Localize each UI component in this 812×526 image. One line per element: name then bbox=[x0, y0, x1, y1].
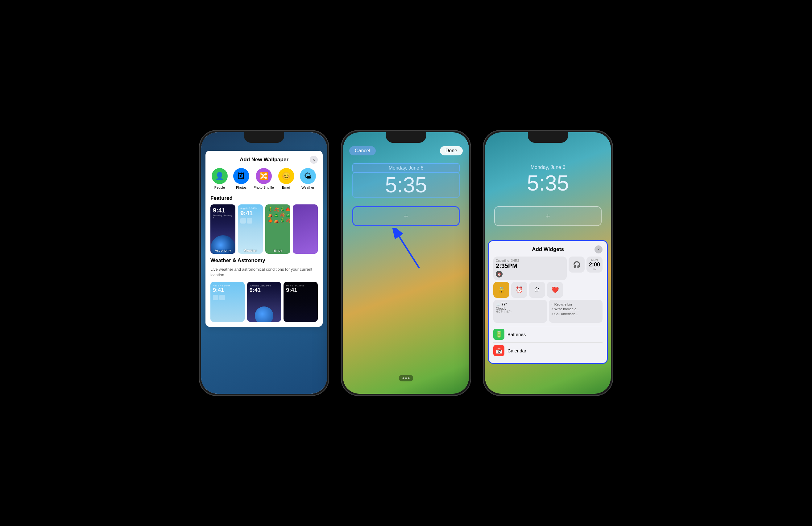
calendar-app-icon: 📅 bbox=[493, 345, 504, 356]
phone-2: Cancel Done Monday, June 6 5:35 + bbox=[341, 131, 471, 395]
p3-widget-area[interactable]: + bbox=[494, 206, 601, 226]
aw-header: Add Widgets × bbox=[493, 245, 603, 253]
photos-icon: 🖼 bbox=[233, 168, 249, 184]
clock-icon: ⏰ bbox=[496, 271, 503, 277]
notch-1 bbox=[244, 132, 284, 143]
p2-dot-1 bbox=[403, 377, 404, 379]
type-emoji[interactable]: 😊 Emoji bbox=[277, 168, 295, 190]
aw-stopwatch-widget[interactable]: ⏱ bbox=[529, 282, 545, 298]
type-people-label: People bbox=[214, 185, 225, 190]
done-button[interactable]: Done bbox=[440, 146, 463, 155]
emoji-icon: 😊 bbox=[278, 168, 294, 184]
p2-widget-plus: + bbox=[404, 211, 408, 221]
phone2-screen: Cancel Done Monday, June 6 5:35 + bbox=[343, 132, 469, 394]
phones-container: Add New Wallpaper × 👤 People 🖼 bbox=[181, 112, 631, 414]
weather-astro-desc: Live weather and astronomical conditions… bbox=[211, 267, 318, 278]
add-wallpaper-modal: Add New Wallpaper × 👤 People 🖼 bbox=[205, 151, 323, 327]
batteries-app-name: Batteries bbox=[508, 332, 526, 337]
aw-calendar-row[interactable]: 📅 Calendar bbox=[493, 342, 603, 359]
weather-icon: 🌤 bbox=[300, 168, 316, 184]
type-photos[interactable]: 🖼 Photos bbox=[232, 168, 250, 190]
type-people[interactable]: 👤 People bbox=[211, 168, 229, 190]
p2-widget-area[interactable]: + bbox=[352, 206, 460, 226]
p2-date-bar: Monday, June 6 bbox=[352, 163, 460, 173]
photo-shuffle-icon: 🔀 bbox=[256, 168, 272, 184]
aw-lock-widget[interactable]: 🔒 bbox=[493, 282, 509, 298]
type-emoji-label: Emoji bbox=[282, 185, 291, 190]
phone-3: Monday, June 6 5:35 + Add Widgets × bbox=[483, 131, 613, 395]
cancel-button[interactable]: Cancel bbox=[349, 146, 376, 155]
aw-reminders-widget[interactable]: ○ Recycle bin ○ Write nomad e... ○ Call … bbox=[549, 300, 603, 323]
svg-line-1 bbox=[399, 237, 420, 268]
astronomy-label: Astronomy bbox=[211, 249, 235, 252]
aw-airpods-widget[interactable]: 🎧 bbox=[569, 257, 585, 273]
batteries-app-icon: 🔋 bbox=[493, 329, 504, 340]
aw-time-big: 2:35PM bbox=[496, 262, 564, 269]
aw-city: Cupertino -3HRS bbox=[496, 259, 564, 262]
side-button-3[interactable] bbox=[612, 186, 613, 208]
wallpaper-types: 👤 People 🖼 Photos 🔀 Photo Shuffle � bbox=[211, 168, 318, 190]
p2-arrow bbox=[389, 228, 426, 275]
vol-up-2[interactable] bbox=[341, 177, 342, 193]
weather-thumb-1[interactable]: Aug 6 • 9:14PM 9:41 bbox=[211, 282, 245, 322]
type-photo-shuffle[interactable]: 🔀 Photo Shuffle bbox=[253, 168, 274, 190]
modal-header: Add New Wallpaper × bbox=[211, 156, 318, 164]
p2-date: Monday, June 6 bbox=[389, 165, 424, 170]
p2-header: Cancel Done bbox=[343, 146, 469, 155]
vol-down-2[interactable] bbox=[341, 197, 342, 213]
people-icon: 👤 bbox=[212, 168, 228, 184]
weather-thumb-2[interactable]: Tuesday, January 9 9:41 bbox=[247, 282, 281, 322]
p2-dots bbox=[399, 375, 414, 381]
phone3-screen: Monday, June 6 5:35 + Add Widgets × bbox=[485, 132, 611, 394]
featured-weather[interactable]: Aug 6 • 9:14PM 9:41 Weather bbox=[238, 205, 263, 254]
aw-grid-row2: 🔒 ⏰ ⏱ ❤️ bbox=[493, 282, 603, 298]
side-button-2[interactable] bbox=[470, 186, 471, 208]
calendar-app-name: Calendar bbox=[508, 348, 526, 354]
type-photos-label: Photos bbox=[236, 185, 246, 190]
add-widgets-panel: Add Widgets × Cupertino -3HRS 2:35PM ⏰ bbox=[488, 240, 608, 364]
weather-astro-title: Weather & Astronomy bbox=[211, 257, 318, 264]
featured-grid: 9:41 Tuesday, January 9 Astronomy Aug 6 … bbox=[211, 205, 318, 254]
aw-grid-row1: Cupertino -3HRS 2:35PM ⏰ 🎧 MON 2:00 PM bbox=[493, 257, 603, 280]
aw-large-widget[interactable]: Cupertino -3HRS 2:35PM ⏰ bbox=[493, 257, 567, 280]
p2-dot-3 bbox=[408, 377, 410, 379]
vol-up-3[interactable] bbox=[483, 177, 484, 193]
aw-close-button[interactable]: × bbox=[594, 245, 603, 253]
featured-extra[interactable] bbox=[293, 205, 318, 254]
vol-down-1[interactable] bbox=[199, 197, 200, 213]
phone1-screen: Add New Wallpaper × 👤 People 🖼 bbox=[201, 132, 327, 394]
aw-batteries-row[interactable]: 🔋 Batteries bbox=[493, 326, 603, 342]
aw-title: Add Widgets bbox=[501, 246, 594, 253]
weather-thumbs-grid: Aug 6 • 9:14PM 9:41 Tuesday, January 9 bbox=[211, 282, 318, 322]
weather-thumb-label: Weather bbox=[238, 249, 263, 252]
featured-astronomy[interactable]: 9:41 Tuesday, January 9 Astronomy bbox=[211, 205, 235, 254]
notch-3 bbox=[528, 132, 568, 143]
aw-weather-detail: H:77° L:60° bbox=[496, 310, 545, 314]
p2-time-bar: 5:35 bbox=[352, 172, 460, 198]
phone-1: Add New Wallpaper × 👤 People 🖼 bbox=[199, 131, 329, 395]
type-weather-label: Weather bbox=[301, 185, 314, 190]
notch-2 bbox=[386, 132, 426, 143]
aw-calendar-widget[interactable]: MON 2:00 PM bbox=[586, 257, 603, 273]
emoji-thumb-label: Emoji bbox=[265, 249, 290, 252]
p3-time: 5:35 bbox=[485, 171, 611, 195]
p3-date: Monday, June 6 bbox=[485, 165, 611, 170]
type-photo-shuffle-label: Photo Shuffle bbox=[253, 185, 274, 190]
aw-timer-widget[interactable]: ⏰ bbox=[511, 282, 527, 298]
weather-thumb-3[interactable]: Mon 6 • 9:14PM 9:41 bbox=[284, 282, 318, 322]
type-weather[interactable]: 🌤 Weather bbox=[299, 168, 317, 190]
vol-up-1[interactable] bbox=[199, 177, 200, 193]
side-button-1[interactable] bbox=[328, 186, 329, 208]
aw-grid-row3: ☁️ 77° Cloudy H:77° L:60° ○ Recycle bin … bbox=[493, 300, 603, 323]
vol-down-3[interactable] bbox=[483, 197, 484, 213]
aw-weather-widget[interactable]: ☁️ 77° Cloudy H:77° L:60° bbox=[493, 300, 547, 323]
featured-emoji[interactable]: 🎄 🍂 🎄 🍁 ⛺ 🎄 🍂 🎄 🍁 ⛺ 🎄 bbox=[265, 205, 290, 254]
p2-dot-2 bbox=[405, 377, 407, 379]
modal-title: Add New Wallpaper bbox=[240, 156, 288, 163]
p3-widget-plus: + bbox=[546, 211, 550, 221]
aw-health-widget[interactable]: ❤️ bbox=[547, 282, 563, 298]
p2-time: 5:35 bbox=[354, 174, 458, 196]
modal-close-button[interactable]: × bbox=[310, 156, 318, 164]
featured-title: Featured bbox=[211, 195, 318, 201]
